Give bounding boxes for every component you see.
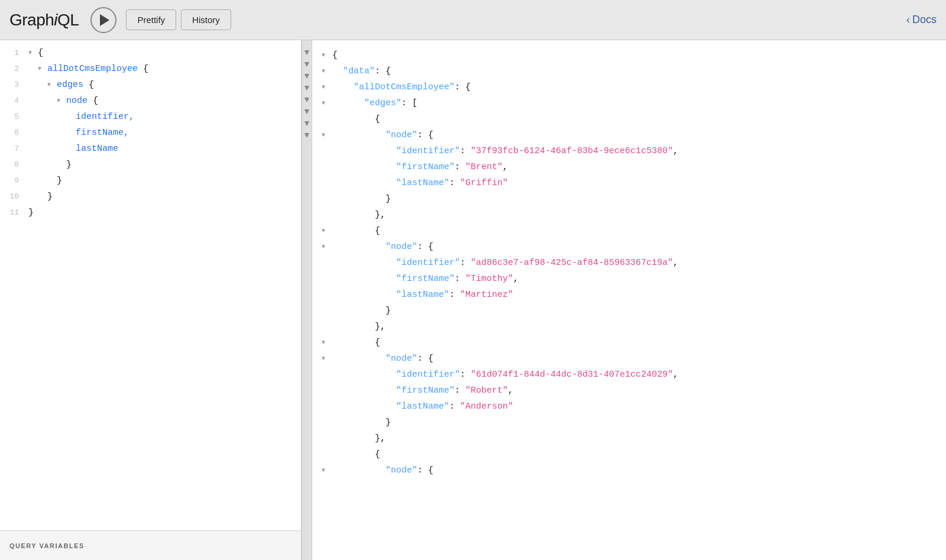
result-line-12: ▼ { xyxy=(322,223,946,239)
result-line-19: ▼ { xyxy=(322,335,946,351)
result-line-18: }, xyxy=(322,319,946,335)
result-line-20: ▼ "node": { xyxy=(322,351,946,367)
play-icon xyxy=(100,14,109,26)
line-num-7: 7 xyxy=(5,141,19,157)
result-collapse-1[interactable]: ▼ xyxy=(322,47,332,63)
editor-line-4: ▼ node { xyxy=(28,93,301,109)
result-line-8: "firstName": "Brent", xyxy=(322,159,946,175)
app-logo: GraphiQL xyxy=(9,11,79,30)
result-panel: ▼ { ▼ "data": { ▼ "allDotCmsEmployee": {… xyxy=(312,40,946,560)
prettify-button[interactable]: Prettify xyxy=(126,9,176,30)
result-line-17: } xyxy=(322,303,946,319)
result-collapse-13[interactable]: ▼ xyxy=(322,239,332,255)
line-num-4: 4 xyxy=(5,93,19,109)
result-collapse-12[interactable]: ▼ xyxy=(322,223,332,239)
header: GraphiQL Prettify History ‹ Docs xyxy=(0,0,946,40)
query-variables-label: QUERY VARIABLES xyxy=(9,542,85,549)
result-line-10: } xyxy=(322,191,946,207)
result-line-6: ▼ "node": { xyxy=(322,127,946,143)
docs-button[interactable]: ‹ Docs xyxy=(906,14,937,26)
result-line-23: "lastName": "Anderson" xyxy=(322,399,946,415)
collapse-right-icon[interactable]: ▼ xyxy=(303,59,311,69)
run-button[interactable] xyxy=(90,7,116,33)
editor-line-2: ▼ allDotCmsEmployee { xyxy=(28,61,301,77)
result-line-11: }, xyxy=(322,207,946,223)
editor-line-7: lastName xyxy=(28,141,301,157)
result-line-15: "firstName": "Timothy", xyxy=(322,271,946,287)
result-collapse-20[interactable]: ▼ xyxy=(322,351,332,367)
editor-line-9: } xyxy=(28,173,301,189)
panel-divider[interactable]: ▼ ▼ ▼ ▼ ▼ ▼ ▼ ▼ xyxy=(302,40,312,560)
editor-line-5: identifier, xyxy=(28,109,301,125)
collapse-icon-4[interactable]: ▼ xyxy=(303,83,311,92)
result-code: ▼ { ▼ "data": { ▼ "allDotCmsEmployee": {… xyxy=(312,40,946,485)
query-editor[interactable]: 1 2 3 4 5 6 7 8 9 10 11 ▼ { xyxy=(0,40,301,530)
code-editor-body: 1 2 3 4 5 6 7 8 9 10 11 ▼ { xyxy=(0,45,301,221)
result-collapse-27[interactable]: ▼ xyxy=(322,462,332,478)
collapse-icon-7[interactable]: ▼ xyxy=(303,118,311,128)
result-line-4: ▼ "edges": [ xyxy=(322,95,946,111)
editor-line-3: ▼ edges { xyxy=(28,77,301,93)
result-line-24: } xyxy=(322,415,946,430)
main-content: 1 2 3 4 5 6 7 8 9 10 11 ▼ { xyxy=(0,40,946,560)
collapse-icon-3[interactable]: ▼ xyxy=(303,71,311,80)
result-line-2: ▼ "data": { xyxy=(322,63,946,79)
result-line-14: "identifier": "ad86c3e7-af98-425c-af84-8… xyxy=(322,255,946,271)
result-line-21: "identifier": "61d074f1-844d-44dc-8d31-4… xyxy=(322,367,946,383)
collapse-left-icon[interactable]: ▼ xyxy=(303,47,311,57)
result-line-3: ▼ "allDotCmsEmployee": { xyxy=(322,79,946,95)
result-collapse-19[interactable]: ▼ xyxy=(322,335,332,351)
result-line-1: ▼ { xyxy=(322,47,946,63)
result-line-13: ▼ "node": { xyxy=(322,239,946,255)
collapse-arrow-3[interactable]: ▼ xyxy=(47,77,57,93)
editor-line-10: } xyxy=(28,189,301,205)
line-num-8: 8 xyxy=(5,157,19,173)
collapse-icon-5[interactable]: ▼ xyxy=(303,95,311,104)
collapse-icon-8[interactable]: ▼ xyxy=(303,130,311,140)
result-line-26: { xyxy=(322,446,946,462)
collapse-arrow-2[interactable]: ▼ xyxy=(38,61,47,77)
result-line-9: "lastName": "Griffin" xyxy=(322,175,946,191)
line-num-5: 5 xyxy=(5,109,19,125)
line-num-3: 3 xyxy=(5,77,19,93)
line-num-11: 11 xyxy=(5,205,19,221)
result-collapse-3[interactable]: ▼ xyxy=(322,79,332,95)
chevron-left-icon: ‹ xyxy=(906,14,910,26)
collapse-arrow-4[interactable]: ▼ xyxy=(57,93,66,109)
editor-code-lines: ▼ { ▼ allDotCmsEmployee { ▼ edges { xyxy=(24,45,301,221)
result-collapse-7 xyxy=(322,143,332,159)
collapse-icon-6[interactable]: ▼ xyxy=(303,106,311,116)
editor-line-8: } xyxy=(28,157,301,173)
collapse-arrow-1[interactable]: ▼ xyxy=(28,45,38,61)
result-collapse-2[interactable]: ▼ xyxy=(322,63,332,79)
result-line-16: "lastName": "Martinez" xyxy=(322,287,946,303)
result-line-7: "identifier": "37f93fcb-6124-46af-83b4-9… xyxy=(322,143,946,159)
line-num-6: 6 xyxy=(5,125,19,141)
editor-line-11: } xyxy=(28,205,301,221)
line-num-10: 10 xyxy=(5,189,19,205)
line-num-2: 2 xyxy=(5,61,19,77)
editor-line-1: ▼ { xyxy=(28,45,301,61)
line-num-9: 9 xyxy=(5,173,19,189)
result-collapse-4[interactable]: ▼ xyxy=(322,95,332,111)
result-collapse-6[interactable]: ▼ xyxy=(322,127,332,143)
editor-panel: 1 2 3 4 5 6 7 8 9 10 11 ▼ { xyxy=(0,40,302,560)
result-line-5: { xyxy=(322,111,946,127)
history-button[interactable]: History xyxy=(181,9,231,30)
editor-line-6: firstName, xyxy=(28,125,301,141)
query-variables-bar[interactable]: QUERY VARIABLES xyxy=(0,530,301,560)
docs-label: Docs xyxy=(912,14,937,26)
result-line-27: ▼ "node": { xyxy=(322,462,946,478)
line-num-1: 1 xyxy=(5,45,19,61)
result-line-25: }, xyxy=(322,430,946,446)
result-line-22: "firstName": "Robert", xyxy=(322,383,946,399)
result-collapse-5 xyxy=(322,111,332,127)
line-numbers: 1 2 3 4 5 6 7 8 9 10 11 xyxy=(0,45,24,221)
